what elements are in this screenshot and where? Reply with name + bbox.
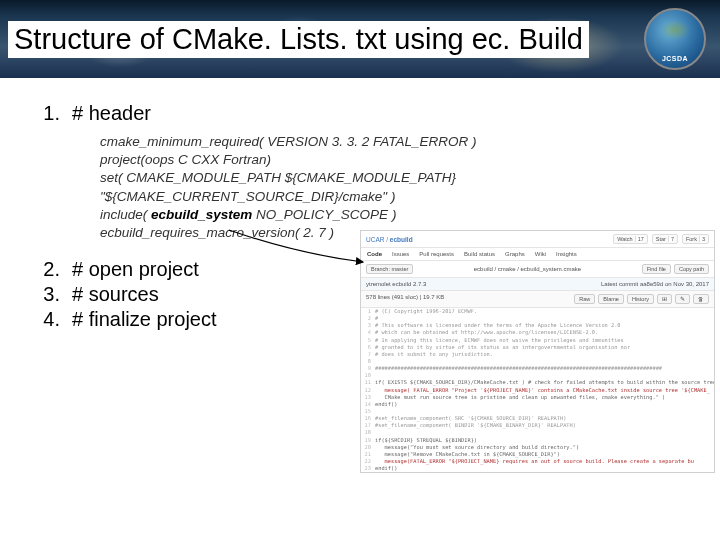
file-crumb-row: Branch: master ecbuild / cmake / ecbuild… (361, 261, 714, 278)
line-number: 12 (361, 387, 375, 394)
code-line: 5# In applying this licence, ECMWF does … (361, 337, 714, 344)
file-info-bar: 578 lines (491 sloc) | 19.7 KB Raw Blame… (361, 291, 714, 308)
commit-meta: Latest commit aa8e59d on Nov 30, 2017 (601, 281, 709, 287)
list-text: # finalize project (72, 308, 217, 331)
copy-path-button[interactable]: Copy path (674, 264, 709, 274)
find-file-button[interactable]: Find file (642, 264, 671, 274)
code-line: 10 (361, 372, 714, 379)
raw-button[interactable]: Raw (574, 294, 595, 304)
edit-icon[interactable]: ✎ (675, 294, 690, 304)
line-number: 11 (361, 379, 375, 386)
tab-insights[interactable]: Insights (556, 251, 577, 257)
list-item-1: 1. # header (30, 102, 690, 125)
line-content: # does it submit to any jurisdiction. (375, 351, 493, 358)
desktop-icon[interactable]: ⊞ (657, 294, 672, 304)
line-number: 7 (361, 351, 375, 358)
keyword-ecbuild-system: ecbuild_system (151, 207, 252, 222)
line-content: ########################################… (375, 365, 662, 372)
line-content: #set_filename_component( BINDIR '${CMAKE… (375, 422, 576, 429)
tab-graphs[interactable]: Graphs (505, 251, 525, 257)
line-number: 9 (361, 365, 375, 372)
logo-text: JCSDA (662, 55, 688, 62)
commit-row: ytremolet ecbuild 2.7.3 Latest commit aa… (361, 278, 714, 291)
file-info: 578 lines (491 sloc) | 19.7 KB (366, 294, 444, 304)
tab-code[interactable]: Code (367, 251, 382, 257)
code-line: 8 (361, 358, 714, 365)
line-number: 16 (361, 415, 375, 422)
line-content: #set_filename_component( SRC '${CMAKE_SO… (375, 415, 566, 422)
line-content: CMake must run source tree is pristine a… (375, 394, 665, 401)
file-path[interactable]: ecbuild / cmake / ecbuild_system.cmake (474, 266, 581, 272)
code-listing: 1# (C) Copyright 1996-2017 ECMWF.2#3# Th… (361, 308, 714, 472)
code-line: include( ecbuild_system NO_POLICY_SCOPE … (100, 206, 690, 224)
tab-build[interactable]: Build status (464, 251, 495, 257)
list-text: # open project (72, 258, 199, 281)
list-number: 4. (30, 308, 72, 331)
code-line: 17#set_filename_component( BINDIR '${CMA… (361, 422, 714, 429)
line-number: 15 (361, 408, 375, 415)
line-number: 4 (361, 329, 375, 336)
line-number: 19 (361, 437, 375, 444)
code-line: 15 (361, 408, 714, 415)
line-number: 20 (361, 444, 375, 451)
line-content: if(${SRCDIR} STREQUAL ${BINDIR}) (375, 437, 477, 444)
history-button[interactable]: History (627, 294, 654, 304)
list-text: # header (72, 102, 151, 125)
line-content: if( EXISTS ${CMAKE_SOURCE_DIR}/CMakeCach… (375, 379, 714, 386)
line-number: 23 (361, 465, 375, 472)
line-number: 2 (361, 315, 375, 322)
star-button[interactable]: Star7 (652, 234, 678, 244)
line-content: message("You must set source directory a… (375, 444, 579, 451)
code-line: 20 message("You must set source director… (361, 444, 714, 451)
line-number: 10 (361, 372, 375, 379)
code-line: 14endif() (361, 401, 714, 408)
tab-wiki[interactable]: Wiki (535, 251, 546, 257)
tab-pull-requests[interactable]: Pull requests (419, 251, 454, 257)
line-content: message( FATAL_ERROR "Project '${PROJECT… (375, 387, 710, 394)
code-line: 21 message("Remove CMakeCache.txt in ${C… (361, 451, 714, 458)
list-number: 1. (30, 102, 72, 125)
fork-button[interactable]: Fork3 (682, 234, 709, 244)
line-content: # This software is licensed under the te… (375, 322, 621, 329)
code-line: 23endif() (361, 465, 714, 472)
code-line: 3# This software is licensed under the t… (361, 322, 714, 329)
code-line: 19if(${SRCDIR} STREQUAL ${BINDIR}) (361, 437, 714, 444)
code-line: project(oops C CXX Fortran) (100, 151, 690, 169)
line-number: 21 (361, 451, 375, 458)
line-content: endif() (375, 401, 397, 408)
list-number: 3. (30, 283, 72, 306)
line-content: # which can be obtained at http://www.ap… (375, 329, 598, 336)
line-content: endif() (375, 465, 397, 472)
line-number: 18 (361, 429, 375, 436)
line-number: 22 (361, 458, 375, 465)
code-line: 11if( EXISTS ${CMAKE_SOURCE_DIR}/CMakeCa… (361, 379, 714, 386)
line-content: # (375, 315, 378, 322)
delete-icon[interactable]: 🗑 (693, 294, 709, 304)
code-line: 9#######################################… (361, 365, 714, 372)
code-line: 16#set_filename_component( SRC '${CMAKE_… (361, 415, 714, 422)
line-number: 14 (361, 401, 375, 408)
tab-issues[interactable]: Issues (392, 251, 409, 257)
repo-tabs: Code Issues Pull requests Build status G… (361, 248, 714, 261)
line-content: # In applying this licence, ECMWF does n… (375, 337, 624, 344)
code-line: 2# (361, 315, 714, 322)
commit-message[interactable]: ytremolet ecbuild 2.7.3 (366, 281, 426, 287)
repo-breadcrumb[interactable]: UCAR / ecbuild (366, 236, 413, 243)
title-banner: Structure of CMake. Lists. txt using ec.… (0, 0, 720, 78)
code-line: 12 message( FATAL_ERROR "Project '${PROJ… (361, 387, 714, 394)
blame-button[interactable]: Blame (598, 294, 624, 304)
slide-title: Structure of CMake. Lists. txt using ec.… (8, 21, 589, 58)
branch-button[interactable]: Branch: master (366, 264, 413, 274)
watch-button[interactable]: Watch17 (613, 234, 648, 244)
line-number: 3 (361, 322, 375, 329)
code-line: 22 message(FATAL_ERROR "${PROJECT_NAME} … (361, 458, 714, 465)
header-code-block: cmake_minimum_required( VERSION 3. 3. 2 … (100, 133, 690, 242)
list-number: 2. (30, 258, 72, 281)
github-header: UCAR / ecbuild Watch17 Star7 Fork3 (361, 231, 714, 248)
line-number: 17 (361, 422, 375, 429)
code-line: 7# does it submit to any jurisdiction. (361, 351, 714, 358)
code-line: 13 CMake must run source tree is pristin… (361, 394, 714, 401)
line-number: 6 (361, 344, 375, 351)
line-content: message("Remove CMakeCache.txt in ${CMAK… (375, 451, 560, 458)
line-number: 8 (361, 358, 375, 365)
